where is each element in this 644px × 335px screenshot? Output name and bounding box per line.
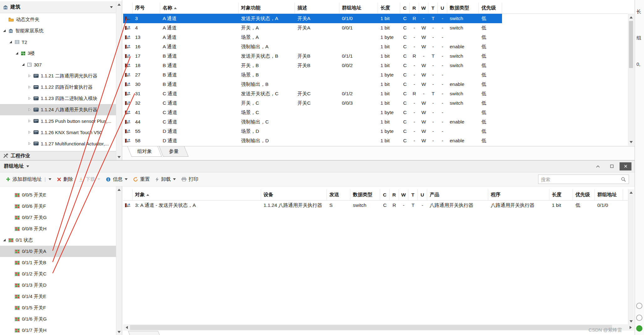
scrollbar-thumb[interactable] <box>130 325 612 330</box>
tree-item[interactable]: 1.1.26 KNX Smart Touch V50 <box>0 127 116 138</box>
toolbar-add-group-address-button[interactable]: 添加群组地址| <box>3 174 54 184</box>
associations-table-column-header[interactable]: T <box>408 189 418 200</box>
group-address-item[interactable]: 0/1/4 开关E <box>0 291 116 302</box>
scroll-up-button[interactable] <box>628 14 634 20</box>
group-address-item[interactable]: 0/0/5 开关E <box>0 189 116 201</box>
tree-item[interactable]: T2 <box>0 36 116 48</box>
objects-table-row[interactable]: 18B 通道开关，B开关B0/0/21 bitC-W--switch低 <box>123 61 502 70</box>
search-box[interactable] <box>538 175 629 184</box>
group-address-item[interactable]: 0/1/1 开关B <box>0 257 116 268</box>
group-address-item[interactable]: 0/1/3 开关D <box>0 280 116 291</box>
scroll-down-button[interactable] <box>628 139 634 145</box>
scroll-up-button[interactable] <box>116 2 122 7</box>
objects-table-row[interactable]: 27B 通道场景，B1 byteC-W--低 <box>123 70 502 80</box>
building-panel-header[interactable]: 建筑 <box>0 1 116 13</box>
tree-item[interactable]: 1.1.25 Push button sensor Plus,... <box>0 115 116 127</box>
objects-table-row[interactable]: 44C 通道强制输出，C1 bitC-W--enable低 <box>123 117 502 127</box>
chevron-down-icon[interactable] <box>49 178 51 180</box>
scroll-down-button[interactable] <box>116 329 122 335</box>
objects-table-scrollbar[interactable] <box>628 14 634 145</box>
objects-table-column-header[interactable]: C <box>400 3 410 13</box>
scroll-left-button[interactable] <box>124 324 129 331</box>
toolbar-print-button[interactable]: 打印 <box>179 174 201 184</box>
scrollbar-thumb[interactable] <box>629 21 633 68</box>
expand-icon[interactable] <box>28 97 31 100</box>
group-address-item[interactable]: 0/1/5 开关F <box>0 302 116 313</box>
objects-table-row[interactable]: 17B 通道发送开关状态，B开关B0/1/11 bitCR-T-switch低 <box>123 51 502 61</box>
objects-table-row[interactable]: 16A 通道强制输出，A1 bitC-W--enable低 <box>123 42 502 51</box>
associations-table-column-header[interactable]: 群组地址 <box>595 189 623 200</box>
objects-table-column-header[interactable]: 优先级 <box>479 3 502 13</box>
scroll-up-button[interactable] <box>628 190 634 195</box>
chevron-down-icon[interactable] <box>110 6 113 8</box>
group-address-item[interactable]: 0/0/8 开关H <box>0 223 116 234</box>
associations-table-column-header[interactable]: U <box>418 189 427 200</box>
objects-table-column-header[interactable]: U <box>438 3 447 13</box>
associations-table-column-header[interactable]: C <box>380 189 390 200</box>
maximize-button[interactable] <box>606 162 618 170</box>
toolbar-info-button[interactable]: 信息 <box>103 174 130 184</box>
tree-item[interactable]: 智能家居系统 <box>0 25 116 36</box>
objects-table-column-header[interactable]: R <box>410 3 419 13</box>
tree-item[interactable]: 1.1.24 八路通用开关执行器 <box>0 104 116 115</box>
search-input[interactable] <box>541 177 619 182</box>
associations-table-column-header[interactable]: 产品 <box>427 189 488 200</box>
objects-table-column-header[interactable]: 名称 <box>160 3 238 13</box>
collapse-button[interactable] <box>592 162 604 170</box>
bottom-tab-partial[interactable] <box>128 331 160 335</box>
group-address-item[interactable]: 0/1/7 开关H <box>0 325 116 335</box>
objects-table-column-header[interactable]: 对象功能 <box>238 3 295 13</box>
scroll-down-button[interactable] <box>628 318 634 324</box>
associations-table-row[interactable]: 3: A 通道 - 发送开关状态，A1.1.24 八路通用开关执行器Sswitc… <box>123 201 623 210</box>
expand-icon[interactable] <box>28 131 31 134</box>
associations-table-column-header[interactable]: 设备 <box>261 189 327 200</box>
collapse-icon[interactable] <box>21 63 25 66</box>
objects-table-row[interactable]: 30B 通道强制输出，B1 bitC-W--enable低 <box>123 80 502 89</box>
chevron-down-icon[interactable] <box>97 178 100 180</box>
tree-item[interactable]: 1.1.27 Multifunctional Actuator,... <box>0 138 116 149</box>
associations-scrollbar[interactable] <box>628 189 634 324</box>
tree-item[interactable]: 1.1.22 四路百叶窗执行器 <box>0 81 116 93</box>
group-address-item[interactable]: 0/0/7 开关G <box>0 212 116 223</box>
objects-table-column-header[interactable]: 序号 <box>133 3 160 13</box>
objects-table-row[interactable]: 4A 通道开关，A开关A0/0/11 bitC-W--switch低 <box>123 23 502 33</box>
group-address-item[interactable]: 0/1/6 开关G <box>0 313 116 325</box>
toolbar-delete-button[interactable]: 删除 <box>54 174 76 184</box>
group-address-item[interactable]: 0/0/6 开关F <box>0 201 116 212</box>
group-address-item[interactable]: 0/1/2 开关C <box>0 268 116 280</box>
tree-item[interactable]: 动态文件夹 <box>0 14 116 25</box>
tree-item[interactable]: 3楼 <box>0 48 116 59</box>
objects-table-column-header[interactable]: 群组地址 <box>339 3 378 13</box>
expand-icon[interactable] <box>28 74 31 77</box>
building-tree-scrollbar[interactable] <box>116 1 122 160</box>
toolbar-unload-button[interactable]: 卸载 <box>153 174 179 184</box>
toolbar-reset-button[interactable]: 重置 <box>130 174 153 184</box>
tab-parameters[interactable]: 参量 <box>159 146 188 157</box>
group-address-list-scrollbar[interactable] <box>116 186 122 335</box>
tab-group-objects[interactable]: 组对象 <box>127 146 162 157</box>
expand-icon[interactable] <box>28 119 31 123</box>
associations-table-column-header[interactable]: 发送 <box>327 189 350 200</box>
associations-table-column-header[interactable]: 优先级 <box>573 189 595 200</box>
associations-table-column-header[interactable]: 对象 <box>133 189 261 200</box>
group-address-item[interactable]: 0/1/0 开关A <box>0 246 116 257</box>
objects-table-row[interactable]: 55D 通道场景，D1 byteC-W--低 <box>123 127 502 136</box>
collapse-icon[interactable] <box>3 29 6 32</box>
close-button[interactable] <box>620 162 631 170</box>
collapse-icon[interactable] <box>3 238 6 242</box>
work-bar[interactable]: 工程作业 <box>0 151 116 160</box>
objects-table-row[interactable]: 32C 通道开关，C开关C0/0/31 bitC-W--switch低 <box>123 98 502 108</box>
expand-icon[interactable] <box>28 86 31 89</box>
objects-table-row[interactable]: 13A 通道场景，A1 byteC-W--低 <box>123 33 502 42</box>
associations-table-column-header[interactable]: R <box>390 189 399 200</box>
tree-item[interactable]: 1.1.23 四路二进制输入模块 <box>0 93 116 104</box>
associations-table-column-header[interactable]: 长度 <box>549 189 573 200</box>
objects-table-row[interactable]: 31C 通道发送开关状态，C开关C0/1/21 bitCR-T-switch低 <box>123 89 502 98</box>
horizontal-scrollbar[interactable] <box>123 324 634 331</box>
objects-table-row[interactable]: 58D 通道强制输出，D1 bitC-W--enable低 <box>123 136 502 145</box>
tree-item[interactable]: 1.1.21 二路通用调光执行器 <box>0 70 116 81</box>
objects-table-column-header[interactable]: W <box>419 3 428 13</box>
tree-item[interactable]: 307 <box>0 59 116 70</box>
expand-icon[interactable] <box>28 142 31 145</box>
objects-table-column-header[interactable]: 描述 <box>295 3 339 13</box>
